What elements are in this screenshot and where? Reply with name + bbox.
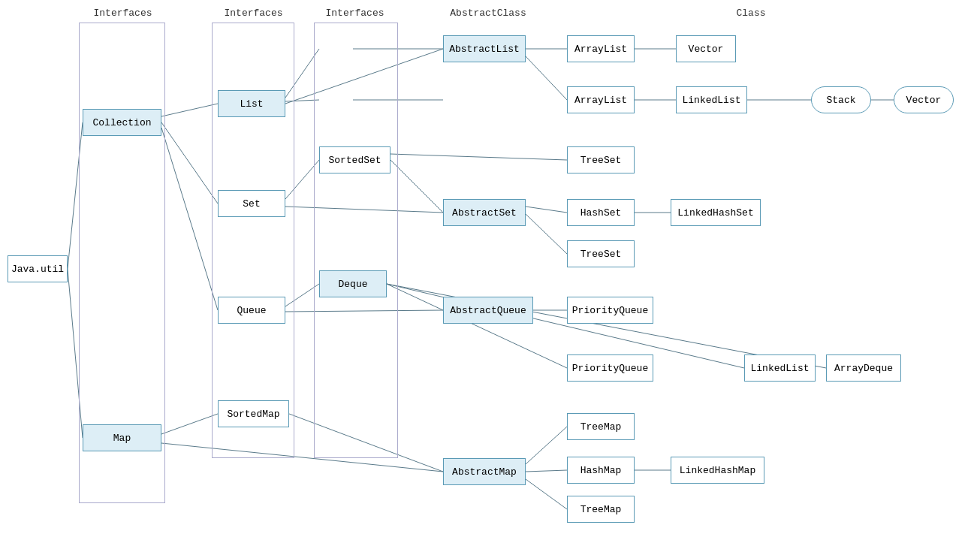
node-arraylist2: ArrayList	[567, 86, 635, 113]
svg-line-24	[526, 207, 567, 213]
svg-line-2	[161, 104, 218, 116]
col-header-interfaces-2: Interfaces	[218, 8, 289, 19]
svg-line-32	[285, 49, 319, 98]
col-header-interfaces-1: Interfaces	[83, 8, 162, 19]
node-hashmap: HashMap	[567, 457, 635, 484]
node-arraylist1: ArrayList	[567, 35, 635, 62]
node-map: Map	[83, 424, 161, 451]
node-linkedlist2: LinkedList	[744, 354, 816, 382]
svg-line-29	[526, 470, 567, 472]
node-abstractmap: AbstractMap	[443, 458, 526, 485]
node-stack-rounded: Stack	[811, 86, 871, 113]
svg-line-25	[526, 214, 567, 254]
col-border-2	[212, 23, 294, 458]
node-arraydeque: ArrayDeque	[826, 354, 901, 382]
node-linkedhashset: LinkedHashSet	[671, 199, 761, 226]
node-treemap2: TreeMap	[567, 496, 635, 523]
col-header-interfaces-3: Interfaces	[319, 8, 390, 19]
svg-line-4	[161, 128, 218, 310]
node-vector1: Vector	[676, 35, 736, 62]
node-abstractqueue: AbstractQueue	[443, 297, 533, 324]
node-treeset2: TreeSet	[567, 240, 635, 267]
node-hashset: HashSet	[567, 199, 635, 226]
svg-line-3	[161, 122, 218, 204]
node-priorityqueue2: PriorityQueue	[567, 354, 653, 382]
svg-line-6	[161, 443, 443, 472]
node-linkedlist1: LinkedList	[676, 86, 747, 113]
svg-line-19	[526, 56, 567, 100]
svg-line-28	[526, 427, 567, 464]
node-sortedset: SortedSet	[319, 146, 390, 173]
node-set: Set	[218, 190, 285, 217]
svg-line-13	[390, 160, 443, 213]
node-abstractset: AbstractSet	[443, 199, 526, 226]
col-header-class: Class	[638, 8, 864, 19]
node-abstractlist: AbstractList	[443, 35, 526, 62]
svg-line-10	[285, 284, 319, 306]
svg-line-33	[285, 100, 319, 101]
node-sortedmap: SortedMap	[218, 400, 289, 427]
col-border-3	[314, 23, 398, 458]
svg-line-12	[289, 414, 443, 472]
node-vector-rounded: Vector	[894, 86, 954, 113]
svg-line-30	[526, 479, 567, 509]
node-treeset1: TreeSet	[567, 146, 635, 173]
node-list: List	[218, 90, 285, 117]
svg-line-9	[285, 207, 443, 213]
node-queue: Queue	[218, 297, 285, 324]
svg-line-11	[285, 310, 443, 312]
svg-line-7	[285, 49, 443, 104]
node-deque: Deque	[319, 270, 387, 297]
svg-line-14	[390, 154, 567, 160]
svg-line-5	[161, 414, 218, 434]
col-header-abstractclass: AbstractClass	[443, 8, 533, 19]
node-priorityqueue1: PriorityQueue	[567, 297, 653, 324]
svg-line-16	[387, 284, 744, 368]
svg-line-1	[68, 269, 83, 438]
node-collection: Collection	[83, 109, 161, 136]
node-treemap1: TreeMap	[567, 413, 635, 440]
svg-line-0	[68, 122, 83, 269]
diagram-canvas: Interfaces Interfaces Interfaces Abstrac…	[0, 0, 980, 540]
node-java-util: Java.util	[8, 255, 68, 282]
svg-line-8	[285, 160, 319, 199]
node-linkedhashmap: LinkedHashMap	[671, 457, 764, 484]
